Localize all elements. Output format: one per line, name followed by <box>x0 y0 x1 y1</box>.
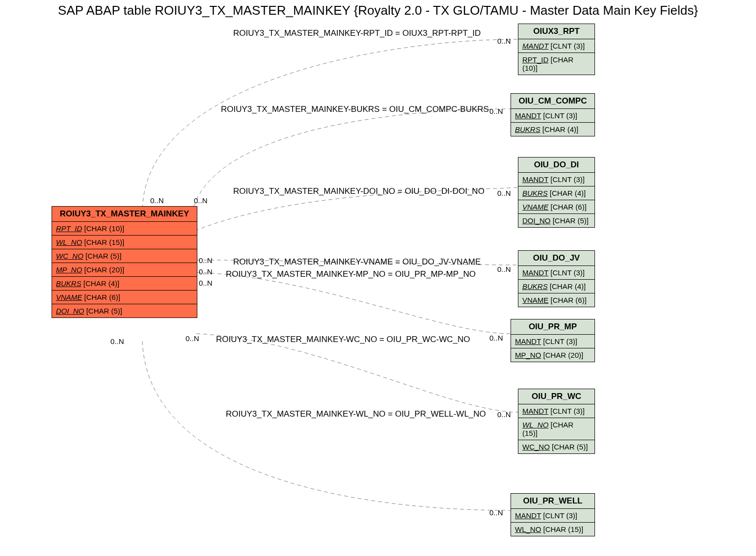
related-table-oiu-cm-compc: OIU_CM_COMPCMANDT [CLNT (3)]BUKRS [CHAR … <box>511 93 595 136</box>
cardinality-label: 0..N <box>199 256 213 265</box>
cardinality-label: 0..N <box>199 267 213 276</box>
table-row: VNAME [CHAR (6)] <box>518 200 594 214</box>
relation-label: ROIUY3_TX_MASTER_MAINKEY-RPT_ID = OIUX3_… <box>233 28 481 38</box>
table-row: WL_NO [CHAR (15)] <box>511 523 594 536</box>
main-table: ROIUY3_TX_MASTER_MAINKEY RPT_ID [CHAR (1… <box>52 206 197 318</box>
cardinality-label: 0..N <box>199 279 213 287</box>
cardinality-label: 0..N <box>497 37 511 45</box>
table-row: DOI_NO [CHAR (5)] <box>518 214 594 227</box>
page-title: SAP ABAP table ROIUY3_TX_MASTER_MAINKEY … <box>0 3 756 18</box>
table-row: VNAME [CHAR (6)] <box>518 293 594 307</box>
cardinality-label: 0..N <box>194 196 208 205</box>
cardinality-label: 0..N <box>497 189 511 197</box>
cardinality-label: 0..N <box>489 107 503 115</box>
table-row: MP_NO [CHAR (20)] <box>511 348 594 362</box>
related-table-oiu-do-jv: OIU_DO_JVMANDT [CLNT (3)]BUKRS [CHAR (4)… <box>518 250 595 307</box>
related-table-oiu-pr-well: OIU_PR_WELLMANDT [CLNT (3)]WL_NO [CHAR (… <box>511 493 595 536</box>
related-table-oiux3-rpt: OIUX3_RPTMANDT [CLNT (3)]RPT_ID [CHAR (1… <box>518 24 595 75</box>
cardinality-label: 0..N <box>110 337 124 345</box>
table-row: BUKRS [CHAR (4)] <box>511 123 594 136</box>
relation-label: ROIUY3_TX_MASTER_MAINKEY-BUKRS = OIU_CM_… <box>221 105 489 114</box>
related-table-oiu-pr-mp: OIU_PR_MPMANDT [CLNT (3)]MP_NO [CHAR (20… <box>511 319 595 362</box>
table-header: OIU_PR_WC <box>518 389 594 404</box>
table-header: OIU_PR_MP <box>511 319 594 335</box>
table-row: MP_NO [CHAR (20)] <box>52 263 197 277</box>
table-row: BUKRS [CHAR (4)] <box>518 280 594 293</box>
cardinality-label: 0..N <box>497 410 511 419</box>
cardinality-label: 0..N <box>497 265 511 273</box>
table-row: WC_NO [CHAR (5)] <box>518 440 594 453</box>
cardinality-label: 0..N <box>489 508 503 517</box>
relation-label: ROIUY3_TX_MASTER_MAINKEY-MP_NO = OIU_PR_… <box>226 269 476 279</box>
table-row: WL_NO [CHAR (15)] <box>518 418 594 440</box>
table-row: VNAME [CHAR (6)] <box>52 291 197 304</box>
relation-label: ROIUY3_TX_MASTER_MAINKEY-VNAME = OIU_DO_… <box>233 257 481 267</box>
table-header: OIU_PR_WELL <box>511 494 594 509</box>
table-row: DOI_NO [CHAR (5)] <box>52 304 197 318</box>
relation-label: ROIUY3_TX_MASTER_MAINKEY-WL_NO = OIU_PR_… <box>226 409 486 419</box>
table-header: OIU_DO_JV <box>518 251 594 266</box>
table-row: MANDT [CLNT (3)] <box>518 39 594 53</box>
table-row: WL_NO [CHAR (15)] <box>52 236 197 249</box>
table-row: WC_NO [CHAR (5)] <box>52 249 197 263</box>
table-header: OIUX3_RPT <box>518 24 594 39</box>
cardinality-label: 0..N <box>150 196 164 205</box>
table-row: MANDT [CLNT (3)] <box>511 109 594 123</box>
table-row: MANDT [CLNT (3)] <box>518 266 594 280</box>
table-row: BUKRS [CHAR (4)] <box>52 277 197 291</box>
table-header: ROIUY3_TX_MASTER_MAINKEY <box>52 207 197 222</box>
table-row: BUKRS [CHAR (4)] <box>518 186 594 200</box>
table-row: MANDT [CLNT (3)] <box>511 335 594 348</box>
cardinality-label: 0..N <box>489 334 503 342</box>
relation-label: ROIUY3_TX_MASTER_MAINKEY-WC_NO = OIU_PR_… <box>216 335 470 344</box>
cardinality-label: 0..N <box>186 334 199 343</box>
table-header: OIU_CM_COMPC <box>511 94 594 109</box>
table-row: MANDT [CLNT (3)] <box>511 509 594 523</box>
related-table-oiu-do-di: OIU_DO_DIMANDT [CLNT (3)]BUKRS [CHAR (4)… <box>518 157 595 228</box>
related-table-oiu-pr-wc: OIU_PR_WCMANDT [CLNT (3)]WL_NO [CHAR (15… <box>518 389 595 454</box>
table-header: OIU_DO_DI <box>518 158 594 173</box>
table-row: RPT_ID [CHAR (10)] <box>52 222 197 236</box>
table-row: MANDT [CLNT (3)] <box>518 173 594 186</box>
table-row: RPT_ID [CHAR (10)] <box>518 53 594 75</box>
table-row: MANDT [CLNT (3)] <box>518 404 594 418</box>
relation-label: ROIUY3_TX_MASTER_MAINKEY-DOI_NO = OIU_DO… <box>233 186 485 196</box>
